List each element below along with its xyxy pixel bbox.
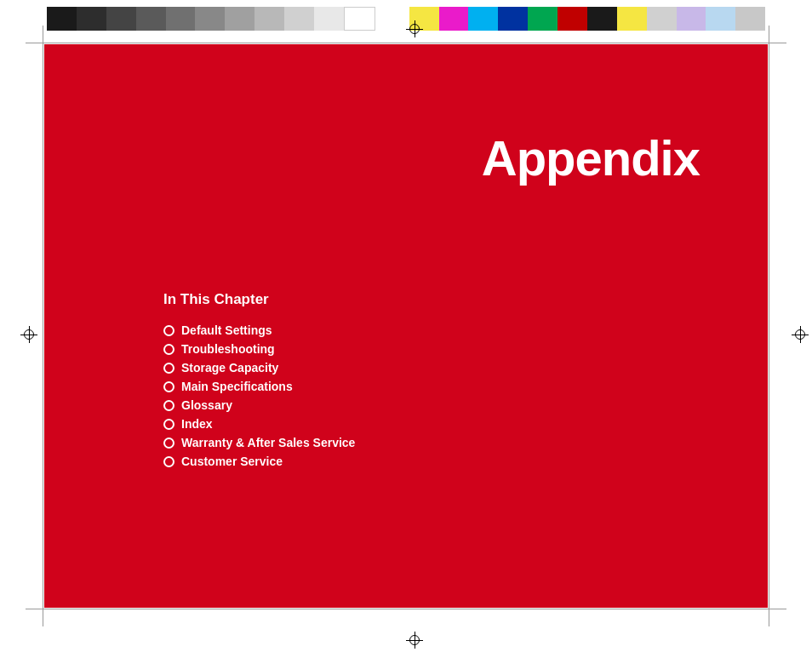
chapter-section: In This Chapter Default Settings Trouble…	[163, 291, 355, 473]
bullet-icon	[163, 400, 174, 411]
border-right	[769, 26, 769, 626]
page-title: Appendix	[482, 129, 700, 186]
list-item: Main Specifications	[163, 380, 355, 393]
swatch-9	[284, 7, 314, 31]
list-item: Storage Capacity	[163, 361, 355, 375]
bullet-icon	[163, 325, 174, 336]
swatch-10	[314, 7, 344, 31]
swatch-silver	[735, 7, 765, 31]
main-page: Appendix In This Chapter Default Setting…	[44, 44, 768, 608]
swatch-7	[225, 7, 254, 31]
swatch-5	[166, 7, 196, 31]
swatch-1	[47, 7, 77, 31]
page-frame: Appendix In This Chapter Default Setting…	[0, 0, 812, 652]
bullet-icon	[163, 438, 174, 449]
border-bottom	[26, 609, 786, 609]
swatch-lavender	[677, 7, 706, 31]
swatch-blue	[498, 7, 528, 31]
list-item: Glossary	[163, 398, 355, 412]
swatch-8	[254, 7, 284, 31]
swatch-magenta	[439, 7, 469, 31]
swatch-6	[195, 7, 225, 31]
bullet-icon	[163, 344, 174, 355]
swatch-2	[77, 7, 106, 31]
border-top	[26, 43, 786, 43]
list-item: Default Settings	[163, 323, 355, 337]
bullet-icon	[163, 381, 174, 392]
swatch-3	[106, 7, 136, 31]
chapter-list: Default Settings Troubleshooting Storage…	[163, 323, 355, 468]
border-left	[43, 26, 43, 626]
swatch-cyan	[468, 7, 498, 31]
bullet-icon	[163, 363, 174, 374]
list-item: Troubleshooting	[163, 342, 355, 356]
swatch-lightblue	[706, 7, 735, 31]
list-item: Warranty & After Sales Service	[163, 436, 355, 449]
swatch-black2	[587, 7, 617, 31]
list-item: Customer Service	[163, 455, 355, 468]
swatch-yellow2	[617, 7, 647, 31]
swatch-11	[344, 7, 375, 31]
swatch-4	[136, 7, 166, 31]
list-item: Index	[163, 417, 355, 431]
swatch-green	[528, 7, 558, 31]
chapter-heading: In This Chapter	[163, 291, 355, 308]
bullet-icon	[163, 419, 174, 430]
swatch-red	[558, 7, 587, 31]
swatch-gray2	[647, 7, 677, 31]
bullet-icon	[163, 456, 174, 467]
